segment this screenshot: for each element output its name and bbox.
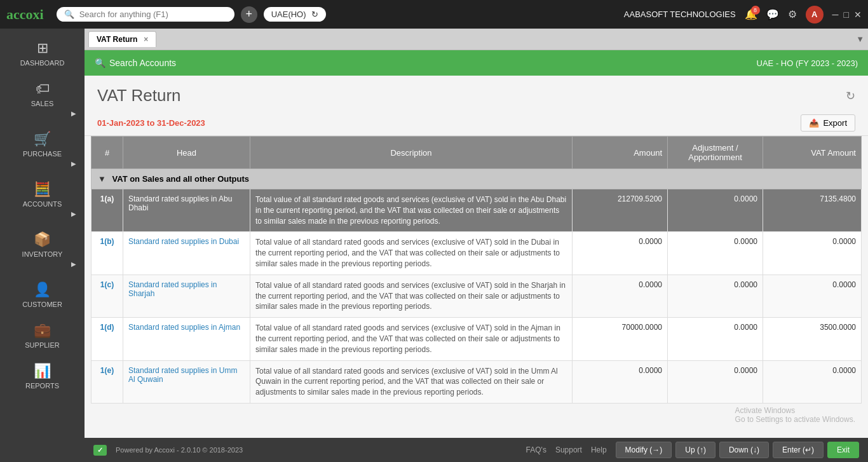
sidebar-label-purchase: PURCHASE xyxy=(23,150,62,158)
cell-head: Standard rated supplies in Ajman xyxy=(123,318,250,360)
tab-vat-return[interactable]: VAT Return × xyxy=(88,31,156,47)
table-row[interactable]: 1(d) Standard rated supplies in Ajman To… xyxy=(92,318,862,360)
table-header-row: # Head Description Amount Adjustment / A… xyxy=(92,137,862,169)
search-accounts-icon: 🔍 xyxy=(95,58,105,68)
cell-num: 1(d) xyxy=(92,318,123,360)
col-header-num: # xyxy=(92,137,123,169)
modify-button[interactable]: Modify (→) xyxy=(616,442,672,458)
help-link[interactable]: Help xyxy=(591,445,607,454)
date-range-label: 01-Jan-2023 to 31-Dec-2023 xyxy=(97,118,205,128)
cell-vat-amount: 3500.0000 xyxy=(763,318,862,360)
settings-icon[interactable]: ⚙ xyxy=(788,8,797,20)
table-row[interactable]: 1(b) Standard rated supplies in Dubai To… xyxy=(92,232,862,275)
vat-title-area: VAT Return ↻ xyxy=(85,76,868,111)
tab-bar: VAT Return × ▼ xyxy=(85,29,868,50)
accounts-arrow-icon: ▶ xyxy=(71,210,76,217)
sidebar-label-customer: CUSTOMER xyxy=(22,301,62,308)
supplier-icon: 💼 xyxy=(34,322,51,339)
page-content: VAT Return ↻ 01-Jan-2023 to 31-Dec-2023 … xyxy=(85,76,868,438)
customer-icon: 👤 xyxy=(34,282,51,298)
search-input[interactable] xyxy=(79,10,219,19)
inventory-arrow-icon: ▶ xyxy=(71,261,76,268)
table-row[interactable]: 1(e) Standard rated supplies in Umm Al Q… xyxy=(92,360,862,403)
cell-num: 1(b) xyxy=(92,232,123,275)
sidebar-label-dashboard: DASHBOARD xyxy=(20,59,65,67)
purchase-arrow-icon: ▶ xyxy=(71,160,76,167)
messages-icon[interactable]: 💬 xyxy=(766,8,779,20)
cell-adjustment: 0.0000 xyxy=(668,232,763,275)
accounts-icon: 🧮 xyxy=(34,181,51,198)
faq-link[interactable]: FAQ's xyxy=(526,445,546,454)
tab-close-button[interactable]: × xyxy=(144,35,148,44)
up-button[interactable]: Up (↑) xyxy=(675,442,715,458)
col-header-amount: Amount xyxy=(573,137,668,169)
cell-head: Standard rated supplies in Umm Al Quwain xyxy=(123,360,250,403)
vat-table-wrapper: # Head Description Amount Adjustment / A… xyxy=(91,136,862,438)
table-row[interactable]: 1(c) Standard rated supplies in Sharjah … xyxy=(92,275,862,317)
minimize-button[interactable]: ─ xyxy=(832,10,839,20)
user-avatar[interactable]: A xyxy=(806,6,824,24)
cell-head: Standard rated supplies in Abu Dhabi xyxy=(123,189,250,232)
enter-button[interactable]: Enter (↵) xyxy=(773,442,824,458)
col-header-head: Head xyxy=(123,137,250,169)
cell-head: Standard rated supplies in Sharjah xyxy=(123,275,250,317)
footer: ✓ Powered by Accoxi - 2.0.10 © 2018-2023… xyxy=(85,438,868,462)
add-button[interactable]: + xyxy=(241,6,257,23)
group-toggle-icon[interactable]: ▼ xyxy=(98,174,106,184)
exit-button[interactable]: Exit xyxy=(827,442,859,458)
page-refresh-button[interactable]: ↻ xyxy=(846,89,855,103)
company-selector-label: UAE(HO) xyxy=(271,10,306,19)
cell-num: 1(a) xyxy=(92,189,123,232)
search-icon: 🔍 xyxy=(64,10,74,19)
cell-amount: 0.0000 xyxy=(573,232,668,275)
reports-icon: 📊 xyxy=(34,363,51,379)
footer-buttons: Modify (→) Up (↑) Down (↓) Enter (↵) Exi… xyxy=(616,442,859,458)
group-header-label: ▼ VAT on Sales and all other Outputs xyxy=(92,169,862,189)
group-header-text: VAT on Sales and all other Outputs xyxy=(112,174,249,184)
cell-amount: 70000.0000 xyxy=(573,318,668,360)
sidebar-label-reports: REPORTS xyxy=(25,382,59,390)
export-icon: 📤 xyxy=(809,118,819,128)
sidebar-label-sales: SALES xyxy=(31,100,53,107)
table-row[interactable]: 1(a) Standard rated supplies in Abu Dhab… xyxy=(92,189,862,232)
maximize-button[interactable]: □ xyxy=(844,10,849,20)
export-button[interactable]: 📤 Export xyxy=(801,114,855,132)
company-selector[interactable]: UAE(HO) ↻ xyxy=(264,7,326,22)
sidebar-item-dashboard[interactable]: ⊞ DASHBOARD xyxy=(0,34,85,73)
green-header: 🔍 Search Accounts UAE - HO (FY 2023 - 20… xyxy=(85,50,868,76)
cell-description: Total value of all standard rated goods … xyxy=(250,275,573,317)
down-button[interactable]: Down (↓) xyxy=(719,442,769,458)
sidebar-item-customer[interactable]: 👤 CUSTOMER xyxy=(0,275,85,315)
sidebar: ⊞ DASHBOARD 🏷 SALES ▶ 🛒 PURCHASE ▶ 🧮 ACC… xyxy=(0,29,85,462)
cell-description: Total value of all standard rated goods … xyxy=(250,189,573,232)
notifications-icon[interactable]: 🔔 8 xyxy=(745,8,757,20)
col-header-adjustment: Adjustment / Apportionment xyxy=(668,137,763,169)
inventory-icon: 📦 xyxy=(34,231,51,248)
support-link[interactable]: Support xyxy=(555,445,582,454)
cell-adjustment: 0.0000 xyxy=(668,189,763,232)
cell-head: Standard rated supplies in Dubai xyxy=(123,232,250,275)
notification-badge: 8 xyxy=(751,6,760,15)
sidebar-item-accounts[interactable]: 🧮 ACCOUNTS ▶ xyxy=(0,175,85,224)
sidebar-item-inventory[interactable]: 📦 INVENTORY ▶ xyxy=(0,225,85,274)
tab-label: VAT Return xyxy=(97,35,137,44)
footer-links: FAQ's Support Help xyxy=(526,445,607,454)
cell-description: Total value of all standard rated goods … xyxy=(250,360,573,403)
cell-description: Total value of all standard rated goods … xyxy=(250,232,573,275)
sidebar-item-sales[interactable]: 🏷 SALES ▶ xyxy=(0,74,85,123)
cell-amount: 0.0000 xyxy=(573,275,668,317)
sidebar-item-purchase[interactable]: 🛒 PURCHASE ▶ xyxy=(0,125,85,173)
company-name: AABASOFT TECHNOLOGIES xyxy=(624,10,736,19)
global-search-bar[interactable]: 🔍 xyxy=(57,7,234,22)
cell-adjustment: 0.0000 xyxy=(668,318,763,360)
cell-vat-amount: 0.0000 xyxy=(763,232,862,275)
footer-powered-text: Powered by Accoxi - 2.0.10 © 2018-2023 xyxy=(116,446,243,454)
sidebar-item-reports[interactable]: 📊 REPORTS xyxy=(0,357,85,396)
tab-scroll-arrow[interactable]: ▼ xyxy=(856,34,864,44)
group-header-vat-sales: ▼ VAT on Sales and all other Outputs xyxy=(92,169,862,189)
company-period-info: UAE - HO (FY 2023 - 2023) xyxy=(757,58,858,68)
close-window-button[interactable]: ✕ xyxy=(854,10,862,20)
sidebar-item-supplier[interactable]: 💼 SUPPLIER xyxy=(0,316,85,355)
table-body: ▼ VAT on Sales and all other Outputs 1(a… xyxy=(92,169,862,404)
search-accounts-btn[interactable]: 🔍 Search Accounts xyxy=(95,58,176,68)
